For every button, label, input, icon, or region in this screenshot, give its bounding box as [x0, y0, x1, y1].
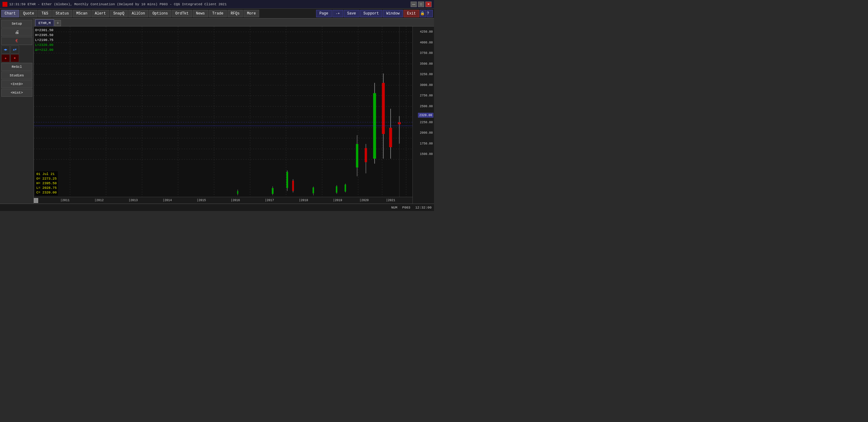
year-2012: |2012: [94, 199, 104, 202]
menu-status[interactable]: Status: [52, 10, 72, 17]
menu-window[interactable]: Window: [383, 10, 403, 17]
menu-trade[interactable]: Trade: [209, 10, 227, 17]
menu-tns[interactable]: T&S: [38, 10, 52, 17]
menu-more[interactable]: More: [244, 10, 259, 17]
menu-exit[interactable]: Exit: [404, 10, 419, 17]
price-2320-highlight: 2320.00: [418, 113, 433, 117]
price-4000: 4000.00: [420, 41, 433, 44]
studies-button[interactable]: Studies: [1, 72, 32, 80]
tab-ethr-m[interactable]: ETHR,M: [35, 20, 54, 26]
year-2019: |2019: [333, 199, 342, 202]
menu-help[interactable]: ?: [427, 10, 433, 17]
menu-rfqs[interactable]: RFQs: [227, 10, 243, 17]
price-2750: 2750.00: [420, 94, 433, 97]
menu-snapq[interactable]: SnapQ: [110, 10, 128, 17]
price-3000: 3000.00: [420, 83, 433, 87]
menu-chart[interactable]: Chart: [1, 10, 19, 17]
year-2014: |2014: [162, 199, 172, 202]
menu-right: Page -+ Save Support Window Exit 🔒 ?: [316, 10, 433, 17]
price-4250: 4250.00: [420, 30, 433, 34]
chart-low1: L=2190.75: [35, 37, 53, 43]
zoom-buttons: ✚ ✖: [1, 54, 32, 62]
svg-rect-17: [365, 148, 367, 162]
close-button[interactable]: ✕: [425, 2, 432, 7]
price-2500: 2500.00: [420, 105, 433, 108]
title-controls: — □ ✕: [411, 2, 432, 7]
svg-rect-23: [389, 128, 392, 147]
chart-container[interactable]: O=2301.50 H=2395.50 L=2190.75 L=2320.00 …: [34, 27, 434, 204]
title-text: 12:31:59 ETHR - Ether (Globex), Monthly …: [9, 2, 411, 6]
menu-page[interactable]: Page: [316, 10, 332, 17]
menu-lock[interactable]: 🔒: [420, 10, 426, 17]
year-2018: |2018: [299, 199, 308, 202]
menu-allcon[interactable]: AllCon: [128, 10, 148, 17]
svg-rect-7: [292, 181, 294, 191]
menu-mscan[interactable]: MScan: [73, 10, 91, 17]
price-3500: 3500.00: [420, 62, 433, 65]
menu-options[interactable]: Options: [149, 10, 171, 17]
menu-support[interactable]: Support: [360, 10, 382, 17]
chart-open: O=2301.50: [35, 28, 53, 33]
menu-quote[interactable]: Quote: [20, 10, 37, 17]
tab-bar: ETHR,M +: [34, 19, 434, 27]
y-axis: 4250.00 4000.00 3750.00 3500.00 3250.00 …: [412, 27, 434, 204]
svg-rect-21: [382, 83, 385, 134]
status-bar: NUM P003 12:32:00: [0, 204, 434, 211]
intd-button[interactable]: <IntD>: [1, 80, 32, 88]
price-1500: 1500.00: [420, 152, 433, 156]
status-num: NUM: [391, 206, 397, 209]
x-axis: |2011 |2012 |2013 |2014 |2015 |2016 |201…: [34, 197, 412, 204]
main-content: Setup 🖨 € ◀▶ ▲▼ ✚ ✖ ReScl Studies <IntD>…: [0, 19, 434, 204]
svg-rect-3: [272, 188, 274, 194]
price-2250: 2250.00: [420, 120, 433, 124]
status-page: P003: [402, 206, 410, 209]
svg-rect-15: [356, 144, 358, 167]
hist-button[interactable]: <Hist>: [1, 89, 32, 97]
price-2000: 2000.00: [420, 131, 433, 135]
up-arrow-button[interactable]: ▲▼: [10, 46, 19, 54]
svg-rect-5: [286, 172, 288, 188]
menu-alert[interactable]: Alert: [91, 10, 109, 17]
zoom-in-button[interactable]: ✚: [1, 54, 10, 62]
price-3250: 3250.00: [420, 73, 433, 76]
chart-high: H=2395.50: [35, 33, 53, 37]
year-2011: |2011: [60, 199, 69, 202]
menu-bar: Chart Quote T&S Status MScan Alert SnapQ…: [0, 9, 434, 19]
bottom-high: H= 2395.50: [36, 181, 57, 186]
arrow-buttons: ◀▶ ▲▼: [1, 46, 32, 54]
svg-rect-9: [312, 187, 314, 193]
year-2020: |2020: [360, 199, 369, 202]
menu-left: Chart Quote T&S Status MScan Alert SnapQ…: [1, 10, 259, 17]
scroll-handle[interactable]: [34, 198, 38, 203]
bottom-open: O= 2273.25: [36, 176, 57, 181]
bottom-low: L= 2028.75: [36, 186, 57, 190]
svg-rect-13: [345, 185, 346, 192]
year-2021: |2021: [386, 199, 395, 202]
status-time: 12:32:00: [415, 206, 432, 209]
app-icon: ✦✦: [2, 2, 7, 7]
setup-button[interactable]: Setup: [1, 20, 32, 28]
restore-button[interactable]: □: [418, 2, 424, 7]
add-tab-button[interactable]: +: [55, 20, 61, 26]
rescl-button[interactable]: ReScl: [1, 63, 32, 71]
price-1750: 1750.00: [420, 142, 433, 145]
chart-delta: Δ=+212.00: [35, 48, 53, 52]
left-arrow-button[interactable]: ◀▶: [1, 46, 10, 54]
print-button[interactable]: 🖨: [1, 28, 32, 36]
svg-rect-1: [237, 191, 238, 194]
chart-bottom-info: 01 Jul 21 O= 2273.25 H= 2395.50 L= 2028.…: [35, 171, 58, 196]
bottom-close: C= 2320.00: [36, 190, 57, 195]
menu-save[interactable]: Save: [344, 10, 360, 17]
year-2017: |2017: [265, 199, 274, 202]
menu-ordtkt[interactable]: OrdTkt: [172, 10, 192, 17]
currency-button[interactable]: €: [1, 37, 32, 45]
menu-nav[interactable]: -+: [333, 10, 343, 17]
menu-news[interactable]: News: [193, 10, 208, 17]
chart-area-wrapper: ETHR,M + O=2301.50 H=2395.50 L=2190.75 L…: [34, 19, 434, 204]
chart-low2: L=2320.00: [35, 43, 53, 48]
chart-info: O=2301.50 H=2395.50 L=2190.75 L=2320.00 …: [35, 28, 53, 52]
minimize-button[interactable]: —: [411, 2, 417, 7]
zoom-out-button[interactable]: ✖: [10, 54, 19, 62]
title-bar: ✦✦ 12:31:59 ETHR - Ether (Globex), Month…: [0, 0, 434, 9]
year-2015: |2015: [197, 199, 206, 202]
